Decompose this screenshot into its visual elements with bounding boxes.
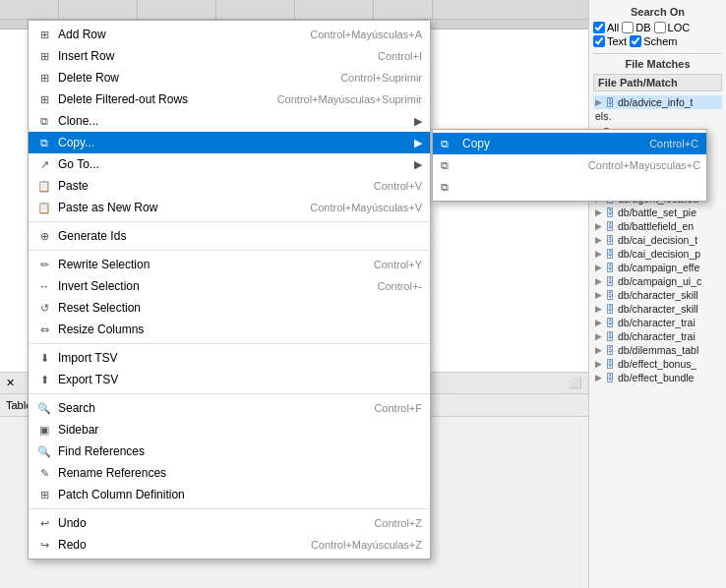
- menu-item-patch-column[interactable]: ⊞ Patch Column Definition: [29, 484, 430, 505]
- chk-schema[interactable]: [630, 35, 641, 47]
- file-name: db/effect_bonus_: [618, 358, 696, 370]
- checkbox-schema[interactable]: Schem: [630, 35, 677, 47]
- list-item[interactable]: ▶ 🗄 db/campaign_effe: [593, 261, 722, 274]
- import-icon: ⬇: [36, 350, 52, 366]
- arrow-icon: ▶: [595, 373, 602, 382]
- file-name: db/campaign_ui_c: [618, 275, 701, 287]
- list-item[interactable]: ▶ 🗄 db/dilemmas_tabl: [593, 343, 722, 357]
- arrow-icon: ▶: [595, 290, 602, 300]
- list-item[interactable]: ▶ 🗄 db/cai_decision_t: [593, 233, 722, 247]
- submenu-item-copy[interactable]: ⧉ Copy Control+C: [433, 133, 706, 154]
- copy-icon: ⧉: [36, 135, 52, 150]
- menu-item-clone[interactable]: ⧉ Clone... ▶: [29, 110, 430, 132]
- db-icon: 🗄: [605, 345, 615, 356]
- menu-label-export-tsv: Export TSV: [58, 373, 422, 386]
- bottom-close-icon[interactable]: ✕: [6, 377, 15, 389]
- list-item[interactable]: ▶ 🗄 db/battle_set_pie: [593, 206, 722, 219]
- file-name: db/character_trai: [618, 330, 696, 342]
- invert-icon: ↔: [36, 278, 52, 294]
- menu-item-generate-ids[interactable]: ⊕ Generate Ids: [29, 225, 430, 247]
- shortcut-undo: Control+Z: [374, 517, 422, 529]
- bottom-maximize-icon[interactable]: ⬜: [569, 377, 582, 389]
- menu-separator2: [29, 250, 430, 251]
- file-name: db/advice_info_t: [618, 96, 693, 108]
- chk-all[interactable]: [593, 22, 605, 33]
- menu-item-sidebar[interactable]: ▣ Sidebar: [29, 419, 430, 441]
- menu-item-goto[interactable]: ↗ Go To... ▶: [29, 153, 430, 175]
- menu-item-copy[interactable]: ⧉ Copy... ▶ ⧉ Copy Control+C ⧉ Copy as L…: [29, 132, 430, 153]
- list-item[interactable]: ▶ 🗄 db/character_skill: [593, 302, 722, 316]
- arrow-icon: ▶: [595, 359, 602, 369]
- checkbox-loc[interactable]: LOC: [654, 22, 691, 33]
- submenu-label-copy-lua: Copy as LUA Table: [462, 158, 563, 172]
- list-item[interactable]: ▶ 🗄 db/advice_info_t: [593, 95, 722, 109]
- menu-item-resize-cols[interactable]: ⇔ Resize Columns: [29, 319, 430, 340]
- list-item[interactable]: ▶ 🗄 db/character_trai: [593, 316, 722, 329]
- menu-item-paste-new-row[interactable]: 📋 Paste as New Row Control+Mayúsculas+V: [29, 197, 430, 218]
- resize-icon: ⇔: [36, 322, 52, 337]
- menu-label-paste: Paste: [58, 179, 368, 193]
- chk-text[interactable]: [593, 35, 605, 47]
- shortcut-search: Control+F: [374, 402, 422, 414]
- menu-item-import-tsv[interactable]: ⬇ Import TSV: [29, 347, 430, 369]
- col-header: [295, 0, 374, 19]
- list-item[interactable]: ▶ 🗄 db/effect_bundle: [593, 371, 722, 384]
- search-on-row: All DB LOC: [593, 22, 722, 33]
- db-icon: 🗄: [605, 249, 615, 260]
- arrow-icon: ▶: [595, 249, 602, 259]
- goto-icon: ↗: [36, 156, 52, 172]
- checkbox-all[interactable]: All: [593, 22, 619, 33]
- shortcut-insert-row: Control+I: [378, 50, 422, 62]
- menu-item-paste[interactable]: 📋 Paste Control+V: [29, 175, 430, 197]
- menu-item-delete-filtered[interactable]: ⊞ Delete Filtered-out Rows Control+Mayús…: [29, 88, 430, 110]
- arrow-icon: ▶: [595, 207, 602, 217]
- delete-row-icon: ⊞: [36, 70, 52, 86]
- db-icon: 🗄: [605, 331, 615, 342]
- undo-icon: ↩: [36, 515, 52, 531]
- chk-db[interactable]: [622, 22, 634, 33]
- list-item[interactable]: ▶ 🗄 db/battlefield_en: [593, 219, 722, 233]
- arrow-icon: ▶: [595, 221, 602, 231]
- arrow-icon: ▶: [595, 263, 602, 272]
- menu-label-sidebar: Sidebar: [58, 423, 422, 437]
- list-item[interactable]: ▶ 🗄 db/cai_decision_p: [593, 247, 722, 261]
- db-icon: 🗄: [605, 207, 615, 218]
- generate-ids-icon: ⊕: [36, 228, 52, 244]
- menu-item-undo[interactable]: ↩ Undo Control+Z: [29, 512, 430, 534]
- menu-item-rename-refs[interactable]: ✎ Rename References: [29, 462, 430, 484]
- menu-item-find-refs[interactable]: 🔍 Find References: [29, 441, 430, 462]
- checkbox-text[interactable]: Text: [593, 35, 627, 47]
- menu-item-reset[interactable]: ↺ Reset Selection: [29, 297, 430, 319]
- menu-item-rewrite[interactable]: ✏ Rewrite Selection Control+Y: [29, 254, 430, 275]
- file-name: db/character_skill: [618, 303, 698, 315]
- db-icon: 🗄: [605, 290, 615, 301]
- search-icon: 🔍: [36, 400, 52, 416]
- submenu-item-copy-filter[interactable]: ⧉ Copy to filter value: [433, 176, 706, 198]
- menu-item-export-tsv[interactable]: ⬆ Export TSV: [29, 369, 430, 390]
- checkbox-db[interactable]: DB: [622, 22, 650, 33]
- menu-label-insert-row: Insert Row: [58, 49, 372, 63]
- menu-label-search: Search: [58, 401, 368, 415]
- file-name: db/dilemmas_tabl: [618, 344, 698, 356]
- file-matches-label: File Matches: [593, 53, 722, 70]
- submenu-item-copy-lua[interactable]: ⧉ Copy as LUA Table Control+Mayúsculas+C: [433, 154, 706, 176]
- menu-item-delete-row[interactable]: ⊞ Delete Row Control+Suprimir: [29, 67, 430, 88]
- menu-item-search[interactable]: 🔍 Search Control+F: [29, 397, 430, 419]
- list-item[interactable]: ▶ 🗄 db/character_skill: [593, 288, 722, 302]
- menu-item-redo[interactable]: ↪ Redo Control+Mayúsculas+Z: [29, 534, 430, 556]
- menu-label-rename-refs: Rename References: [58, 466, 422, 480]
- list-item[interactable]: ▶ 🗄 db/campaign_ui_c: [593, 274, 722, 288]
- arrow-icon: ▶: [595, 97, 602, 107]
- paste-icon: 📋: [36, 178, 52, 194]
- list-item[interactable]: ▶ 🗄 db/character_trai: [593, 329, 722, 343]
- chk-all-label: All: [607, 22, 619, 33]
- list-item[interactable]: els.: [593, 109, 722, 123]
- menu-label-generate-ids: Generate Ids: [58, 229, 422, 243]
- menu-item-invert[interactable]: ↔ Invert Selection Control+-: [29, 275, 430, 297]
- list-item[interactable]: ▶ 🗄 db/effect_bonus_: [593, 357, 722, 371]
- chk-loc[interactable]: [654, 22, 666, 33]
- menu-item-add-row[interactable]: ⊞ Add Row Control+Mayúsculas+A: [29, 24, 430, 45]
- menu-label-reset: Reset Selection: [58, 301, 422, 315]
- menu-item-insert-row[interactable]: ⊞ Insert Row Control+I: [29, 45, 430, 67]
- menu-label-invert: Invert Selection: [58, 279, 371, 293]
